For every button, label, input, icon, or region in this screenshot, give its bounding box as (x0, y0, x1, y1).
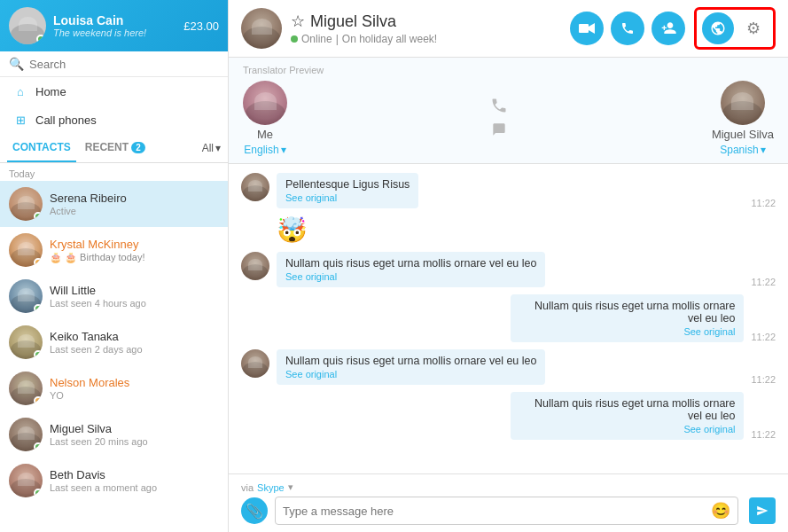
translator-me: Me English ▾ (243, 81, 287, 156)
see-original-link[interactable]: See original (285, 271, 536, 282)
translator-other: Miguel Silva Spanish ▾ (712, 81, 774, 156)
translator-middle (296, 97, 703, 140)
message-avatar-miguel2 (241, 252, 269, 280)
message-row: Pellentesque Ligus Risus See original 11… (241, 173, 776, 208)
svg-marker-1 (589, 23, 595, 34)
message-text: Nullam quis risus eget urna mollis ornar… (285, 257, 536, 270)
see-original-link[interactable]: See original (285, 369, 536, 379)
message-text: Pellentesque Ligus Risus (285, 178, 410, 191)
contact-status-keiko: Last seen 2 days ago (50, 344, 219, 355)
search-input[interactable] (29, 58, 219, 71)
translator-bar: Translator Preview Me English ▾ (229, 58, 788, 164)
birthday-icon: 🎂 (50, 252, 62, 262)
video-call-button[interactable] (570, 12, 604, 45)
contact-item-miguel[interactable]: Miguel Silva Last seen 20 mins ago (0, 411, 228, 458)
translator-me-avatar (243, 81, 287, 125)
status-dot-krystal (34, 258, 43, 267)
message-text-me: Nullam quis risus eget urna mollis ornar… (519, 300, 736, 325)
translator-other-lang[interactable]: Spanish ▾ (720, 144, 765, 156)
contact-info-beth: Beth Davis Last seen a moment ago (50, 468, 219, 493)
emoji-button[interactable]: 😊 (711, 501, 730, 520)
contact-name-nelson: Nelson Morales (50, 376, 219, 389)
contact-name-will: Will Little (50, 284, 219, 297)
translator-me-name: Me (257, 128, 273, 141)
avatar-krystal (9, 233, 43, 267)
contact-name-keiko: Keiko Tanaka (50, 330, 219, 343)
message-row-me: Nullam quis risus eget urna mollis ornar… (241, 294, 776, 342)
contact-item-krystal[interactable]: Krystal McKinney 🎂 🎂 Birthday today! (0, 227, 228, 273)
message-avatar-miguel (241, 173, 269, 201)
see-original-link[interactable]: See original (285, 192, 410, 203)
message-bubble-wrap-me: Nullam quis risus eget urna mollis ornar… (511, 294, 745, 342)
translator-other-avatar (721, 81, 765, 125)
nav-call-phones-label: Call phones (35, 113, 97, 127)
tab-contacts[interactable]: CONTACTS (7, 134, 76, 162)
nav-item-home[interactable]: ⌂ Home (0, 77, 228, 106)
message-bubble: Nullam quis risus eget urna mollis ornar… (277, 349, 545, 385)
user-name: Louisa Cain (53, 13, 176, 27)
chevron-down-icon-other: ▾ (761, 144, 766, 156)
translator-settings-box: ⚙ (694, 7, 776, 50)
avatar-beth (9, 464, 43, 497)
contact-info-serena: Serena Ribeiro Active (50, 192, 219, 216)
translator-button[interactable] (702, 12, 734, 44)
contact-group-today: Today (0, 163, 228, 181)
contact-status-will: Last seen 4 hours ago (50, 298, 219, 309)
message-time-me2: 11:22 (751, 429, 776, 440)
audio-call-button[interactable] (611, 12, 644, 45)
contact-item-nelson[interactable]: Nelson Morales YO (0, 365, 228, 411)
translator-label: Translator Preview (243, 65, 774, 75)
contact-info-nelson: Nelson Morales YO (50, 376, 219, 401)
message-input[interactable] (283, 505, 707, 518)
nav-home-label: Home (35, 85, 66, 98)
via-skype-link[interactable]: Skype (257, 482, 285, 493)
search-bar: 🔍 (0, 51, 228, 77)
status-dot-miguel (34, 442, 43, 451)
contacts-tabs: CONTACTS RECENT 2 All ▾ (0, 134, 228, 163)
app-container: Louisa Cain The weekend is here! £23.00 … (0, 0, 788, 532)
user-balance: £23.00 (183, 20, 219, 33)
contact-name-beth: Beth Davis (50, 468, 219, 481)
status-dot-nelson (34, 396, 43, 405)
chevron-down-icon-via: ▾ (288, 481, 293, 493)
user-status: The weekend is here! (53, 27, 176, 38)
contact-item-beth[interactable]: Beth Davis Last seen a moment ago (0, 458, 228, 504)
recent-badge: 2 (131, 142, 145, 153)
see-original-link-me[interactable]: See original (519, 326, 736, 337)
via-row: via Skype ▾ (241, 481, 776, 493)
see-original-link-me2[interactable]: See original (519, 424, 736, 434)
user-info: Louisa Cain The weekend is here! (53, 13, 176, 38)
via-label: via (241, 482, 254, 493)
nav-item-call-phones[interactable]: ⊞ Call phones (0, 106, 228, 134)
message-bubble-me: Nullam quis risus eget urna mollis ornar… (511, 294, 745, 342)
tab-recent[interactable]: RECENT 2 (80, 134, 151, 162)
sidebar: Louisa Cain The weekend is here! £23.00 … (0, 0, 229, 532)
tab-filter-all[interactable]: All ▾ (202, 142, 221, 154)
status-dot-beth (34, 489, 43, 497)
online-indicator (36, 35, 45, 43)
message-bubble: Nullam quis risus eget urna mollis ornar… (277, 252, 545, 287)
contact-item-keiko[interactable]: Keiko Tanaka Last seen 2 days ago (0, 319, 228, 365)
add-contact-button[interactable] (651, 12, 685, 45)
message-row: Nullam quis risus eget urna mollis ornar… (241, 349, 776, 385)
call-icon-mid (490, 97, 508, 119)
message-input-wrap: 😊 (275, 497, 738, 525)
attach-button[interactable]: 📎 (241, 497, 268, 524)
svg-rect-0 (579, 24, 589, 33)
topbar-actions: ⚙ (570, 7, 776, 50)
star-icon[interactable]: ☆ (291, 12, 305, 31)
avatar-will (9, 279, 43, 313)
topbar-avatar (241, 8, 282, 49)
settings-button[interactable]: ⚙ (739, 14, 768, 43)
message-row-me2: Nullam quis risus eget urna mollis ornar… (241, 392, 776, 440)
message-bubble-wrap: Nullam quis risus eget urna mollis ornar… (277, 349, 744, 385)
contact-item-serena[interactable]: Serena Ribeiro Active (0, 181, 228, 227)
translator-me-lang[interactable]: English ▾ (244, 144, 285, 156)
sidebar-header: Louisa Cain The weekend is here! £23.00 (0, 0, 228, 51)
message-time-me: 11:22 (751, 332, 776, 342)
send-button[interactable] (749, 497, 776, 524)
contact-status-beth: Last seen a moment ago (50, 482, 219, 493)
contact-info-miguel: Miguel Silva Last seen 20 mins ago (50, 422, 219, 447)
call-phones-icon: ⊞ (12, 112, 28, 128)
contact-item-will[interactable]: Will Little Last seen 4 hours ago (0, 273, 228, 319)
